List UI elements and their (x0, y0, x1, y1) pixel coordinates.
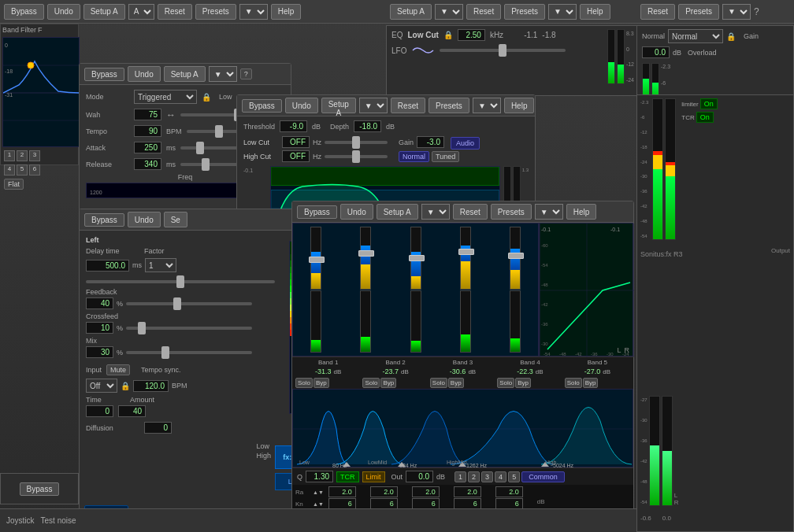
limit-button[interactable]: Limit (362, 471, 385, 482)
mb-presets-dropdown[interactable]: ▼ (535, 204, 563, 220)
factor-select[interactable]: 124 (145, 258, 176, 272)
tempo-value[interactable]: 90 (134, 125, 161, 137)
mb-band3-solo[interactable]: Solo (430, 378, 447, 388)
gate-lowcut-value[interactable]: OFF (282, 136, 310, 148)
gate-gain-value[interactable]: -3.0 (417, 136, 444, 148)
out-value[interactable]: 0.0 (406, 471, 433, 482)
wah-question-button[interactable]: ? (240, 68, 252, 79)
band-4-btn[interactable]: 4 (4, 164, 15, 175)
eq-reset-button[interactable]: Reset (466, 4, 501, 20)
band-2-btn[interactable]: 2 (17, 150, 28, 161)
mute-button[interactable]: Mute (106, 364, 130, 375)
gate-highcut-slider[interactable] (325, 155, 388, 158)
mb-fader-4-thumb[interactable] (458, 249, 474, 255)
gate-bypass-button[interactable]: Bypass (242, 99, 282, 113)
diffusion-value[interactable]: 0 (144, 422, 172, 434)
undo-button[interactable]: Undo (47, 4, 80, 20)
delay-undo-button[interactable]: Undo (128, 212, 161, 227)
mb-setup-button[interactable]: Setup A (377, 204, 418, 220)
band-6-btn[interactable]: 6 (29, 164, 40, 175)
mb-num-2-btn[interactable]: 2 (468, 471, 480, 482)
q-value[interactable]: 1.30 (306, 471, 333, 482)
mb-common-btn[interactable]: Common (521, 471, 565, 482)
mode-select[interactable]: Triggered LFO (134, 90, 197, 104)
mb-band5-solo[interactable]: Solo (565, 378, 582, 388)
delay-time-value[interactable]: 500.0 (86, 260, 129, 272)
time-value[interactable]: 0 (86, 405, 113, 417)
r3-presets-button[interactable]: Presets (678, 4, 719, 20)
mb-presets-button[interactable]: Presets (491, 204, 532, 220)
eq-freq-value[interactable]: 2.50 (458, 29, 485, 41)
mb-band4-solo[interactable]: Solo (497, 378, 514, 388)
gain-value-r3[interactable]: 0.0 (642, 46, 670, 58)
gate-lowcut-slider[interactable] (325, 141, 388, 144)
kn-val-4[interactable]: 6 (454, 498, 481, 509)
mb-band1-solo[interactable]: Solo (295, 378, 313, 388)
tcr-button[interactable]: TCR (336, 471, 359, 482)
normal-button[interactable]: Normal (399, 151, 429, 162)
mix-value[interactable]: 30 (86, 346, 113, 358)
presets-button[interactable]: Presets (195, 4, 236, 20)
gate-help-button[interactable]: Help (504, 98, 535, 113)
mb-num-5-btn[interactable]: 5 (508, 471, 520, 482)
attack-value[interactable]: 250 (134, 142, 161, 153)
gate-reset-button[interactable]: Reset (391, 98, 425, 113)
eq-help-button[interactable]: Help (580, 4, 610, 20)
mb-band3-byp[interactable]: Byp (448, 378, 464, 388)
mb-fader-2-thumb[interactable] (358, 250, 374, 257)
wah-setup-button[interactable]: Setup A (164, 66, 206, 82)
tuned-button[interactable]: Tuned (432, 151, 459, 162)
kn-val-2[interactable]: 6 (370, 498, 398, 509)
setup-button[interactable]: Setup A (83, 4, 125, 20)
type-select[interactable]: Normal Vintage (668, 29, 723, 43)
mb-fader-1-thumb[interactable] (309, 257, 325, 263)
mb-bypass-button[interactable]: Bypass (297, 205, 337, 219)
left-bypass-button[interactable]: Bypass (20, 482, 60, 496)
limiter-on-button[interactable]: On (700, 98, 718, 109)
setup-dropdown[interactable]: AB (128, 4, 154, 20)
wah-bypass-button[interactable]: Bypass (84, 68, 124, 81)
crossfeed-slider[interactable] (126, 327, 252, 330)
band-5-btn[interactable]: 5 (17, 164, 28, 175)
band-3-btn[interactable]: 3 (29, 150, 40, 161)
gate-setup-dropdown[interactable]: ▼ (359, 98, 388, 113)
gate-setup-button[interactable]: Setup A (321, 98, 356, 113)
mb-fader-5-thumb[interactable] (508, 253, 524, 259)
wah-value[interactable]: 75 (134, 109, 161, 120)
ra-val-1[interactable]: 2.0 (328, 486, 356, 497)
mix-slider[interactable] (126, 351, 252, 354)
depth-value[interactable]: -18.0 (354, 120, 381, 132)
delay-setup-button[interactable]: Se (164, 212, 187, 227)
mb-num-4-btn[interactable]: 4 (495, 471, 506, 482)
kn-val-3[interactable]: 6 (412, 498, 440, 509)
band-1-btn[interactable]: 1 (4, 150, 15, 161)
mb-band2-byp[interactable]: Byp (380, 378, 396, 388)
feedback-slider[interactable] (126, 302, 252, 305)
ra-val-4[interactable]: 2.0 (454, 486, 481, 497)
release-value[interactable]: 340 (134, 158, 161, 170)
eq-setup-dropdown[interactable]: ▼ (435, 4, 463, 20)
delay-time-slider[interactable] (86, 280, 275, 283)
mb-setup-dropdown[interactable]: ▼ (421, 204, 450, 220)
feedback-value[interactable]: 40 (86, 297, 113, 309)
presets-dropdown[interactable]: ▼ (239, 4, 268, 20)
bpm-value[interactable]: 120.0 (133, 380, 169, 392)
bypass-button[interactable]: Bypass (4, 4, 44, 20)
wah-undo-button[interactable]: Undo (128, 66, 161, 82)
mb-band5-byp[interactable]: Byp (583, 378, 599, 388)
kn-val-1[interactable]: 6 (328, 498, 356, 509)
gate-presets-button[interactable]: Presets (429, 98, 469, 113)
r3-reset-button[interactable]: Reset (640, 4, 675, 20)
reset-button[interactable]: Reset (158, 4, 192, 20)
mb-band1-byp[interactable]: Byp (314, 378, 329, 388)
mb-help-button[interactable]: Help (566, 204, 597, 220)
mb-num-1-btn[interactable]: 1 (455, 471, 466, 482)
mb-fader-3-thumb[interactable] (409, 255, 425, 261)
ra-val-2[interactable]: 2.0 (370, 486, 398, 497)
help-button[interactable]: Help (271, 4, 302, 20)
mb-num-3-btn[interactable]: 3 (481, 471, 493, 482)
threshold-value[interactable]: -9.0 (280, 120, 307, 132)
mb-band4-byp[interactable]: Byp (515, 378, 531, 388)
r3-presets-dropdown[interactable]: ▼ (722, 4, 751, 20)
ra-val-5[interactable]: 2.0 (495, 486, 523, 497)
